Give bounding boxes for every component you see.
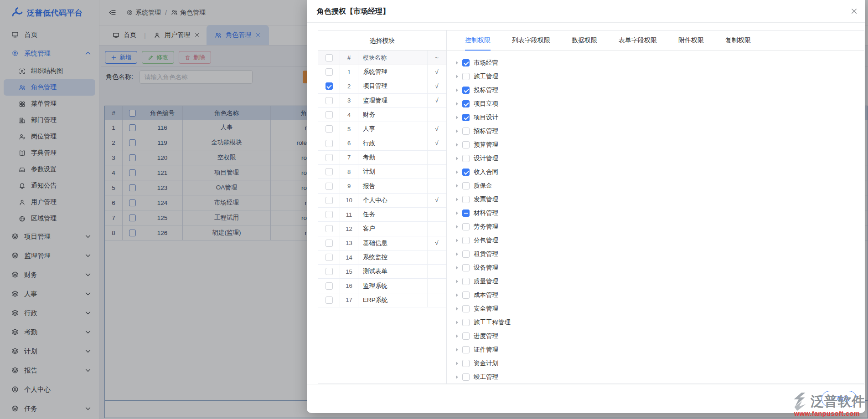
expand-arrow-icon[interactable] — [456, 102, 458, 106]
expand-arrow-icon[interactable] — [456, 362, 458, 365]
expand-arrow-icon[interactable] — [456, 225, 458, 229]
module-row[interactable]: 13 基础信息 √ — [318, 236, 446, 250]
module-checkbox[interactable] — [326, 197, 333, 204]
module-checkbox[interactable] — [326, 254, 333, 261]
expand-arrow-icon[interactable] — [456, 129, 458, 133]
module-row[interactable]: 3 监理管理 √ — [318, 94, 446, 108]
module-checkbox[interactable] — [326, 154, 333, 161]
perm-tab[interactable]: 附件权限 — [678, 31, 704, 51]
module-checkbox[interactable] — [326, 240, 333, 247]
tree-item[interactable]: 招标管理 — [456, 124, 864, 138]
expand-arrow-icon[interactable] — [456, 198, 458, 201]
tree-checkbox[interactable] — [462, 278, 470, 285]
expand-arrow-icon[interactable] — [456, 143, 458, 147]
module-checkbox[interactable] — [326, 183, 333, 190]
expand-arrow-icon[interactable] — [456, 75, 458, 78]
expand-arrow-icon[interactable] — [456, 252, 458, 256]
tree-item[interactable]: 质量管理 — [456, 275, 864, 288]
tree-checkbox[interactable] — [462, 210, 470, 217]
module-row[interactable]: 1 系统管理 √ — [318, 65, 446, 79]
tree-checkbox[interactable] — [462, 73, 470, 80]
module-checkbox[interactable] — [326, 68, 333, 76]
tree-checkbox[interactable] — [462, 305, 470, 312]
module-checkbox[interactable] — [326, 140, 333, 147]
tree-checkbox[interactable] — [462, 223, 470, 230]
expand-arrow-icon[interactable] — [456, 293, 458, 297]
module-row[interactable]: 4 财务 — [318, 108, 446, 122]
tree-item[interactable]: 收入合同 — [456, 165, 864, 179]
module-checkbox[interactable] — [326, 282, 333, 290]
module-checkbox[interactable] — [326, 225, 333, 232]
tree-item[interactable]: 劳务管理 — [456, 220, 864, 234]
tree-item[interactable]: 证件管理 — [456, 343, 864, 357]
tree-checkbox[interactable] — [462, 319, 470, 326]
module-row[interactable]: 9 报告 — [318, 179, 446, 193]
module-select-all-checkbox[interactable] — [326, 54, 333, 61]
tree-item[interactable]: 设备管理 — [456, 261, 864, 275]
tree-item[interactable]: 施工管理 — [456, 70, 864, 83]
module-row[interactable]: 11 任务 — [318, 208, 446, 222]
tree-checkbox[interactable] — [462, 250, 470, 258]
tree-item[interactable]: 项目设计 — [456, 111, 864, 124]
module-row[interactable]: 8 计划 — [318, 165, 446, 179]
expand-arrow-icon[interactable] — [456, 157, 458, 160]
tree-checkbox[interactable] — [462, 237, 470, 244]
module-checkbox[interactable] — [326, 111, 333, 118]
tree-item[interactable]: 材料管理 — [456, 206, 864, 220]
tree-checkbox[interactable] — [462, 196, 470, 203]
module-row[interactable]: 17 ERP系统 — [318, 293, 446, 307]
tree-checkbox[interactable] — [462, 169, 470, 176]
tree-checkbox[interactable] — [462, 128, 470, 135]
module-checkbox[interactable] — [326, 125, 333, 133]
tree-item[interactable]: 项目立项 — [456, 97, 864, 111]
module-row[interactable]: 12 客户 — [318, 222, 446, 236]
tree-item[interactable]: 市场经营 — [456, 56, 864, 70]
expand-arrow-icon[interactable] — [456, 239, 458, 242]
perm-tab[interactable]: 控制权限 — [465, 31, 491, 51]
tree-checkbox[interactable] — [462, 100, 470, 107]
module-row[interactable]: 15 测试表单 — [318, 265, 446, 279]
tree-checkbox[interactable] — [462, 332, 470, 340]
module-row[interactable]: 5 人事 √ — [318, 122, 446, 136]
module-row[interactable]: 7 考勤 — [318, 151, 446, 165]
tree-checkbox[interactable] — [462, 114, 470, 121]
perm-tab[interactable]: 复制权限 — [725, 31, 751, 51]
module-row[interactable]: 14 系统监控 — [318, 250, 446, 265]
module-checkbox[interactable] — [326, 268, 333, 275]
tree-item[interactable]: 投标管理 — [456, 83, 864, 97]
tree-item[interactable]: 质保金 — [456, 179, 864, 193]
expand-arrow-icon[interactable] — [456, 375, 458, 379]
module-row[interactable]: 2 项目管理 √ — [318, 79, 446, 93]
perm-tab[interactable]: 列表字段权限 — [512, 31, 550, 51]
module-checkbox[interactable] — [326, 97, 333, 104]
perm-tab[interactable]: 数据权限 — [572, 31, 597, 51]
tree-checkbox[interactable] — [462, 141, 470, 148]
tree-checkbox[interactable] — [462, 360, 470, 367]
confirm-button[interactable]: 确认 — [822, 391, 857, 407]
expand-arrow-icon[interactable] — [456, 116, 458, 119]
tree-checkbox[interactable] — [462, 291, 470, 299]
module-checkbox[interactable] — [326, 211, 333, 218]
expand-arrow-icon[interactable] — [456, 61, 458, 65]
tree-item[interactable]: 预算管理 — [456, 138, 864, 152]
close-icon[interactable] — [850, 7, 858, 15]
tree-item[interactable]: 施工工程管理 — [456, 316, 864, 329]
tree-item[interactable]: 发票管理 — [456, 193, 864, 206]
expand-arrow-icon[interactable] — [456, 307, 458, 311]
module-row[interactable]: 16 监理系统 — [318, 279, 446, 293]
tree-checkbox[interactable] — [462, 264, 470, 271]
tree-item[interactable]: 进度管理 — [456, 329, 864, 343]
module-row[interactable]: 6 行政 √ — [318, 136, 446, 150]
module-checkbox[interactable] — [326, 168, 333, 175]
tree-checkbox[interactable] — [462, 59, 470, 66]
module-row[interactable]: 10 个人中心 √ — [318, 194, 446, 208]
tree-item[interactable]: 竣工管理 — [456, 370, 864, 383]
expand-arrow-icon[interactable] — [456, 266, 458, 270]
tree-checkbox[interactable] — [462, 346, 470, 353]
module-checkbox[interactable] — [326, 82, 333, 90]
tree-item[interactable]: 分包管理 — [456, 234, 864, 247]
tree-checkbox[interactable] — [462, 87, 470, 94]
tree-item[interactable]: 成本管理 — [456, 288, 864, 302]
expand-arrow-icon[interactable] — [456, 348, 458, 352]
tree-item[interactable]: 资金计划 — [456, 357, 864, 370]
